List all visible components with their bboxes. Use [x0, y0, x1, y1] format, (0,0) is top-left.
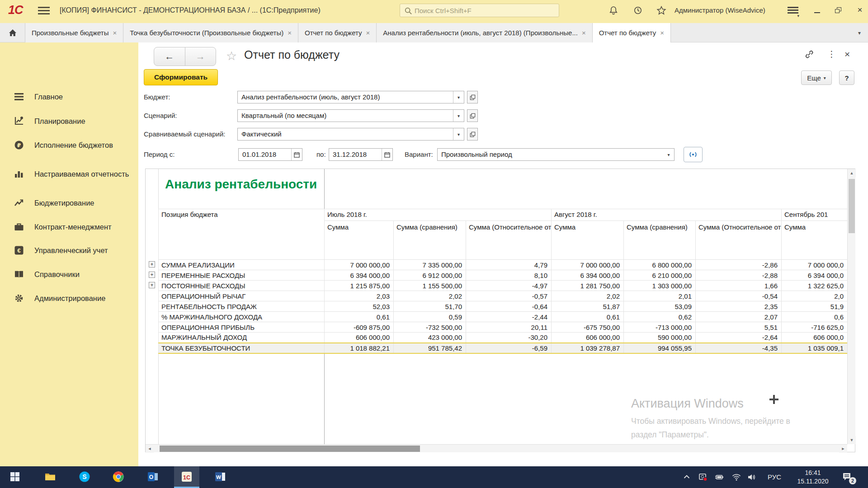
- row-name-cell[interactable]: ОПЕРАЦИОННЫЙ РЫЧАГ: [159, 291, 325, 301]
- field-open-button-2[interactable]: [467, 128, 478, 141]
- value-cell[interactable]: 7 000 000,00: [325, 260, 394, 270]
- value-cell[interactable]: 590 000,00: [624, 333, 696, 343]
- tray-clock[interactable]: 16:41 15.11.2020: [788, 469, 838, 486]
- forward-button[interactable]: →: [185, 47, 216, 66]
- value-cell[interactable]: 6 394 000,00: [325, 270, 394, 281]
- value-cell[interactable]: 2,02: [552, 291, 624, 301]
- tray-sync-icon[interactable]: [698, 472, 708, 482]
- close-form-icon[interactable]: ×: [844, 49, 850, 60]
- value-cell[interactable]: -0,54: [696, 291, 782, 301]
- tray-chevron-up-icon[interactable]: [682, 472, 692, 482]
- tray-wifi-icon[interactable]: [731, 472, 741, 482]
- variant-select[interactable]: Произвольный период ▾: [437, 148, 675, 161]
- vertical-scroll-thumb[interactable]: [849, 179, 855, 233]
- add-favorite-star-icon[interactable]: ☆: [226, 49, 237, 63]
- value-cell[interactable]: 606 000,00: [552, 333, 624, 343]
- caret-down-icon[interactable]: ▾: [453, 128, 464, 140]
- value-cell[interactable]: -2,86: [696, 260, 782, 270]
- value-cell[interactable]: 51,87: [552, 301, 624, 312]
- tab-3[interactable]: Анализ рентабельности (июль, август 2018…: [377, 23, 592, 42]
- row-name-cell[interactable]: ПЕРЕМЕННЫЕ РАСХОДЫ: [159, 270, 325, 281]
- value-cell[interactable]: 1 281 750,00: [552, 281, 624, 291]
- notifications-bell-icon[interactable]: [609, 5, 618, 15]
- taskbar-onec-button[interactable]: 1С: [174, 466, 199, 488]
- value-cell[interactable]: 51,9: [782, 301, 848, 312]
- sidebar-item-1[interactable]: Планирование: [0, 112, 138, 130]
- value-cell[interactable]: -4,97: [466, 281, 552, 291]
- tab-close-icon[interactable]: ×: [582, 29, 586, 37]
- get-link-icon[interactable]: [804, 49, 815, 60]
- value-cell[interactable]: 1 322 625,0: [782, 281, 848, 291]
- value-cell[interactable]: -2,88: [696, 270, 782, 281]
- row-name-cell[interactable]: МАРЖИНАЛЬНЫЙ ДОХОД: [159, 333, 325, 343]
- restore-button[interactable]: [834, 6, 843, 15]
- value-cell[interactable]: 5,51: [696, 322, 782, 333]
- scroll-left-button[interactable]: ◄: [146, 445, 154, 453]
- value-cell[interactable]: 1 303 000,00: [624, 281, 696, 291]
- sidebar-item-5[interactable]: Контракт-менеджмент: [0, 218, 138, 236]
- history-icon[interactable]: [633, 5, 643, 15]
- row-name-cell[interactable]: % МАРЖИНАЛЬНОГО ДОХОДА: [159, 312, 325, 322]
- value-cell[interactable]: 0,62: [624, 312, 696, 322]
- value-cell[interactable]: 6 800 000,00: [624, 260, 696, 270]
- sidebar-item-6[interactable]: €Управленческий учет: [0, 241, 138, 259]
- value-cell[interactable]: 1 155 500,00: [394, 281, 466, 291]
- value-cell[interactable]: 6 394 000,0: [782, 270, 848, 281]
- value-cell[interactable]: 0,61: [325, 312, 394, 322]
- tab-close-icon[interactable]: ×: [113, 29, 117, 37]
- caret-down-icon[interactable]: ▾: [453, 91, 464, 103]
- period-quick-select-button[interactable]: [684, 147, 703, 162]
- taskbar-skype-button[interactable]: S: [72, 466, 97, 488]
- minimize-button[interactable]: [813, 6, 822, 15]
- value-cell[interactable]: 8,10: [466, 270, 552, 281]
- sidebar-item-7[interactable]: Справочники: [0, 265, 138, 283]
- row-name-cell[interactable]: ТОЧКА БЕЗУБЫТОЧНОСТИ: [159, 343, 325, 353]
- value-cell[interactable]: 7 335 000,00: [394, 260, 466, 270]
- value-cell[interactable]: 2,0: [782, 291, 848, 301]
- tray-battery-icon[interactable]: [714, 472, 724, 482]
- calendar-icon[interactable]: [291, 149, 302, 160]
- value-cell[interactable]: 994 055,95: [624, 343, 696, 353]
- value-cell[interactable]: 4,79: [466, 260, 552, 270]
- row-name-cell[interactable]: ОПЕРАЦИОННАЯ ПРИБЫЛЬ: [159, 322, 325, 333]
- sidebar-item-2[interactable]: ₽Исполнение бюджетов: [0, 136, 138, 154]
- value-cell[interactable]: 7 000 000,00: [552, 260, 624, 270]
- value-cell[interactable]: -732 500,00: [394, 322, 466, 333]
- value-cell[interactable]: 0,6: [782, 312, 848, 322]
- value-cell[interactable]: 6 394 000,00: [552, 270, 624, 281]
- value-cell[interactable]: 0,61: [552, 312, 624, 322]
- field-input-1[interactable]: Квартальный (по месяцам)▾: [237, 109, 464, 122]
- value-cell[interactable]: -6,59: [466, 343, 552, 353]
- value-cell[interactable]: 2,35: [696, 301, 782, 312]
- value-cell[interactable]: 1,66: [696, 281, 782, 291]
- tab-2[interactable]: Отчет по бюджету×: [298, 23, 377, 42]
- sidebar-item-0[interactable]: Главное: [0, 88, 138, 106]
- value-cell[interactable]: 1 215 875,00: [325, 281, 394, 291]
- row-name-cell[interactable]: СУММА РЕАЛИЗАЦИИ: [159, 260, 325, 270]
- value-cell[interactable]: -609 875,00: [325, 322, 394, 333]
- taskbar-word-button[interactable]: W: [208, 466, 233, 488]
- period-from-field[interactable]: 01.01.2018: [238, 148, 302, 161]
- vertical-scrollbar[interactable]: ▲ ▼: [847, 169, 855, 444]
- service-menu-icon[interactable]: ▾: [788, 7, 798, 15]
- taskbar-start-button[interactable]: [2, 466, 28, 488]
- tab-close-icon[interactable]: ×: [288, 29, 292, 37]
- value-cell[interactable]: 2,07: [696, 312, 782, 322]
- value-cell[interactable]: 606 000,00: [325, 333, 394, 343]
- row-name-cell[interactable]: ПОСТОЯННЫЕ РАСХОДЫ: [159, 281, 325, 291]
- value-cell[interactable]: 2,03: [325, 291, 394, 301]
- value-cell[interactable]: -2,44: [466, 312, 552, 322]
- row-expander-icon[interactable]: +: [149, 282, 155, 288]
- field-input-2[interactable]: Фактический▾: [237, 128, 464, 141]
- value-cell[interactable]: -2,64: [696, 333, 782, 343]
- tray-language-indicator[interactable]: РУС: [763, 466, 786, 488]
- scroll-right-button[interactable]: ►: [839, 445, 847, 453]
- caret-down-icon[interactable]: ▾: [453, 110, 464, 122]
- value-cell[interactable]: 7 000 000,0: [782, 260, 848, 270]
- value-cell[interactable]: 53,09: [624, 301, 696, 312]
- taskbar-outlook-button[interactable]: O: [140, 466, 165, 488]
- row-name-cell[interactable]: РЕНТАБЕЛЬНОСТЬ ПРОДАЖ: [159, 301, 325, 312]
- more-button[interactable]: Еще▾: [801, 70, 832, 85]
- sidebar-item-3[interactable]: Настраиваемая отчетность: [0, 161, 138, 187]
- period-to-field[interactable]: 31.12.2018: [329, 148, 393, 161]
